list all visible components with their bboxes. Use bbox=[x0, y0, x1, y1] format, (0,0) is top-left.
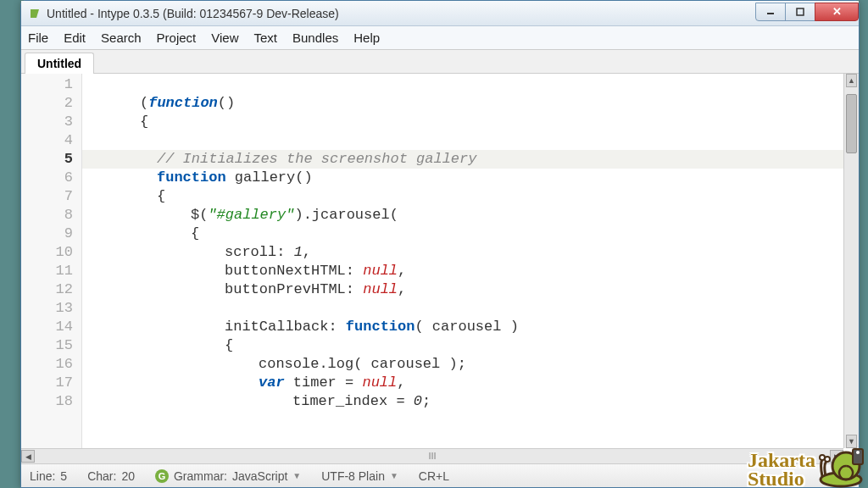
code-line[interactable]: console.log( carousel ); bbox=[89, 355, 843, 374]
line-number: 4 bbox=[21, 131, 81, 150]
code-content[interactable]: (function(){// Initializes the screensho… bbox=[82, 74, 843, 448]
line-number: 12 bbox=[21, 280, 81, 299]
line-number: 7 bbox=[21, 187, 81, 206]
status-encoding[interactable]: UTF-8 Plain ▼ bbox=[321, 469, 398, 483]
line-number: 11 bbox=[21, 262, 81, 280]
code-line[interactable]: timer_index = 0; bbox=[89, 392, 843, 411]
window-title: Untitled - Intype 0.3.5 (Build: 01234567… bbox=[47, 7, 339, 20]
app-window: Untitled - Intype 0.3.5 (Build: 01234567… bbox=[20, 0, 860, 488]
titlebar[interactable]: Untitled - Intype 0.3.5 (Build: 01234567… bbox=[21, 1, 859, 26]
code-line[interactable]: { bbox=[89, 187, 843, 206]
code-line[interactable]: function gallery() bbox=[89, 169, 843, 187]
code-line[interactable] bbox=[89, 131, 843, 150]
line-number: 1 bbox=[21, 75, 81, 94]
statusbar: Line: 5 Char: 20 G Grammar: JavaScript ▼… bbox=[21, 463, 859, 487]
line-number: 6 bbox=[21, 169, 81, 187]
line-number: 10 bbox=[21, 243, 81, 262]
menu-help[interactable]: Help bbox=[353, 30, 380, 45]
status-char: Char: 20 bbox=[87, 469, 135, 483]
status-char-label: Char: bbox=[87, 469, 116, 483]
status-encoding-value: UTF-8 Plain bbox=[321, 469, 385, 483]
line-number: 8 bbox=[21, 206, 81, 225]
code-line[interactable]: { bbox=[89, 225, 843, 243]
status-grammar[interactable]: G Grammar: JavaScript ▼ bbox=[155, 469, 301, 483]
editor-area: 123456789101112131415161718 (function(){… bbox=[21, 74, 859, 448]
status-lineending-value: CR+L bbox=[419, 469, 449, 483]
status-grammar-value: JavaScript bbox=[232, 469, 287, 483]
code-line[interactable] bbox=[89, 75, 843, 94]
scroll-right-button[interactable]: ▶ bbox=[830, 450, 843, 463]
status-char-value: 20 bbox=[121, 469, 135, 483]
code-line[interactable]: initCallback: function( carousel ) bbox=[89, 318, 843, 336]
menu-search[interactable]: Search bbox=[101, 30, 142, 45]
menu-file[interactable]: File bbox=[28, 30, 48, 45]
maximize-icon bbox=[796, 8, 804, 16]
horizontal-scrollbar[interactable]: ◀ III ▶ bbox=[21, 448, 843, 463]
menu-edit[interactable]: Edit bbox=[64, 30, 86, 45]
line-number: 9 bbox=[21, 225, 81, 243]
vertical-scrollbar[interactable]: ▲ ▼ bbox=[843, 74, 859, 448]
close-button[interactable]: ✕ bbox=[815, 3, 859, 21]
scroll-left-button[interactable]: ◀ bbox=[21, 450, 35, 463]
code-line[interactable]: { bbox=[89, 336, 843, 355]
code-line[interactable]: scroll: 1, bbox=[89, 243, 843, 262]
menubar: FileEditSearchProjectViewTextBundlesHelp bbox=[21, 26, 859, 50]
line-gutter: 123456789101112131415161718 bbox=[21, 74, 82, 448]
app-icon bbox=[28, 7, 42, 20]
minimize-icon bbox=[766, 8, 775, 16]
scroll-thumb[interactable] bbox=[846, 94, 857, 153]
code-editor[interactable]: 123456789101112131415161718 (function(){… bbox=[21, 74, 843, 448]
close-icon: ✕ bbox=[832, 5, 842, 18]
status-grammar-label: Grammar: bbox=[174, 469, 227, 483]
hscroll-indicator: III bbox=[428, 451, 436, 461]
line-number: 17 bbox=[21, 374, 81, 392]
tab-untitled[interactable]: Untitled bbox=[25, 53, 94, 74]
line-number: 2 bbox=[21, 94, 81, 113]
menu-text[interactable]: Text bbox=[254, 30, 278, 45]
line-number: 15 bbox=[21, 336, 81, 355]
code-line[interactable]: buttonNextHTML: null, bbox=[89, 262, 843, 280]
line-number: 14 bbox=[21, 318, 81, 336]
code-line[interactable]: buttonPrevHTML: null, bbox=[89, 280, 843, 299]
code-line[interactable]: (function() bbox=[89, 94, 843, 113]
svg-rect-1 bbox=[797, 8, 804, 15]
scroll-down-button[interactable]: ▼ bbox=[846, 435, 857, 448]
line-number: 13 bbox=[21, 299, 81, 318]
line-number: 5 bbox=[21, 150, 81, 169]
minimize-button[interactable] bbox=[755, 3, 786, 21]
menu-project[interactable]: Project bbox=[157, 30, 197, 45]
chevron-down-icon: ▼ bbox=[390, 471, 398, 480]
code-line[interactable]: $("#gallery").jcarousel( bbox=[89, 206, 843, 225]
chevron-down-icon: ▼ bbox=[292, 471, 301, 480]
grammar-badge-icon: G bbox=[155, 469, 169, 483]
code-line[interactable]: // Initializes the screenshot gallery bbox=[82, 150, 843, 169]
window-controls: ✕ bbox=[756, 3, 859, 21]
code-line[interactable] bbox=[89, 299, 843, 318]
maximize-button[interactable] bbox=[785, 3, 815, 21]
code-line[interactable]: var timer = null, bbox=[89, 374, 843, 392]
line-number: 3 bbox=[21, 113, 81, 131]
svg-rect-0 bbox=[767, 13, 774, 14]
code-line[interactable]: { bbox=[89, 113, 843, 131]
status-line-label: Line: bbox=[30, 469, 55, 483]
scroll-up-button[interactable]: ▲ bbox=[846, 74, 857, 87]
line-number: 18 bbox=[21, 392, 81, 411]
menu-bundles[interactable]: Bundles bbox=[292, 30, 338, 45]
status-line-value: 5 bbox=[60, 469, 67, 483]
line-number: 16 bbox=[21, 355, 81, 374]
status-line: Line: 5 bbox=[30, 469, 67, 483]
menu-view[interactable]: View bbox=[211, 30, 238, 45]
status-lineending[interactable]: CR+L bbox=[419, 469, 449, 483]
tabbar: Untitled bbox=[21, 50, 859, 74]
